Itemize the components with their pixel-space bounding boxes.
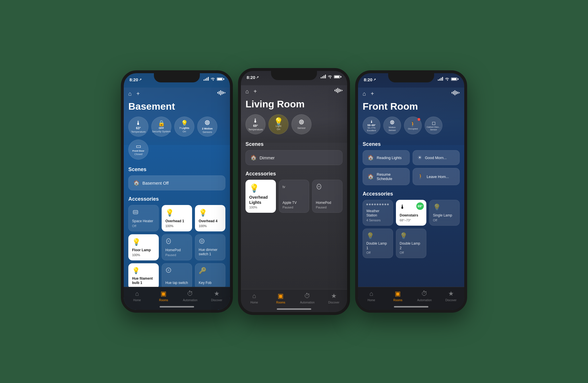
- appletv-icon: tv: [283, 183, 305, 191]
- waveform-icon-living[interactable]: [334, 88, 343, 95]
- tile-homepod-living[interactable]: HomePod Paused: [312, 180, 343, 213]
- temp-pill-front[interactable]: 🌡 59–69° 50–77%Excellent: [363, 117, 380, 134]
- accessories-grid-living: 💡 Overhead Lights 100% tv: [245, 180, 343, 213]
- tile-overhead1[interactable]: 💡 Overhead 1 100%: [162, 205, 192, 231]
- co2-pill-front[interactable]: ◻ Carbon Diox...Sensor: [425, 117, 442, 134]
- overhead-lights-name: Overhead Lights: [249, 195, 272, 205]
- security-pill[interactable]: 🔒 OFF Security System: [151, 117, 171, 137]
- signal-icon: [204, 77, 209, 81]
- tab-home-label: Home: [133, 299, 141, 302]
- floor-lamp-name: Floor Lamp: [132, 248, 155, 253]
- svg-point-10: [136, 212, 137, 213]
- svg-point-14: [201, 240, 203, 242]
- scene-leave-home[interactable]: 🚶 Leave Hom...: [413, 168, 460, 185]
- scene-basement-off[interactable]: 🏠 Basement Off: [128, 175, 225, 190]
- plug-icon: [132, 209, 155, 217]
- home-nav-icon-front[interactable]: ⌂: [363, 90, 366, 97]
- home-nav-icon[interactable]: ⌂: [128, 90, 132, 97]
- homepod-living-value: Paused: [316, 206, 339, 209]
- accessories-title-front: Accessories: [363, 191, 460, 197]
- room-title-living: Living Room: [245, 98, 343, 110]
- tab-automation-front[interactable]: ⏱ Automation: [416, 290, 433, 302]
- svg-rect-2: [220, 90, 221, 95]
- tile-overhead-lights[interactable]: 💡 Overhead Lights 100%: [245, 180, 276, 213]
- content-basement[interactable]: ⌂ + Basement: [124, 88, 230, 287]
- tab-home-living[interactable]: ⌂ Home: [245, 292, 263, 304]
- status-pills-living: 🌡 69° Temperature 💡 Light On: [245, 114, 343, 134]
- tile-appletv[interactable]: tv Apple TV Paused: [279, 180, 309, 213]
- tab-discover-front[interactable]: ★ Discover: [442, 290, 460, 302]
- battery-icon-living: [334, 75, 341, 78]
- tile-key-fob[interactable]: 🔑 Key Fob: [195, 263, 225, 287]
- time-front: 8:20 ↗: [364, 77, 376, 82]
- single-lamp-value: Off: [433, 218, 456, 222]
- svg-point-12: [168, 240, 169, 242]
- motion-pill[interactable]: 2 Motion Sensors: [197, 117, 217, 137]
- phones-container: 8:20 ↗: [121, 68, 467, 315]
- lock-icon: 🔒: [158, 120, 165, 126]
- tile-hue-filament[interactable]: 💡 Hue filament bulb 1: [128, 263, 159, 287]
- svg-rect-3: [222, 91, 223, 94]
- tab-rooms-living[interactable]: ▣ Rooms: [272, 292, 289, 304]
- home-nav-icon-living[interactable]: ⌂: [245, 88, 249, 95]
- svg-rect-29: [453, 91, 454, 94]
- tab-automation-basement[interactable]: ⏱ Automation: [181, 290, 199, 302]
- temp-pill-living[interactable]: 🌡 69° Temperature: [245, 114, 266, 134]
- tile-double-lamp2[interactable]: 💡 Double Lamp 2 Off: [396, 229, 426, 258]
- notch-living: [271, 71, 317, 80]
- svg-rect-1: [219, 91, 220, 94]
- tile-hue-dimmer[interactable]: Hue dimmer switch 1: [195, 234, 225, 260]
- weather-station-name: Weather Station: [366, 209, 389, 218]
- double-lamp1-name: Double Lamp 1: [366, 241, 389, 250]
- tile-downstairs[interactable]: 69° 🌡 Downstairs 68°–73°: [396, 200, 426, 226]
- bulb-icon: 💡: [181, 120, 188, 126]
- scene-good-morning[interactable]: ☀ Good Morn...: [413, 150, 460, 165]
- lights-pill[interactable]: 💡 7 Lights On: [174, 117, 194, 137]
- content-living[interactable]: ⌂ + Living Room: [241, 85, 347, 289]
- phone-basement: 8:20 ↗: [121, 70, 233, 313]
- tab-rooms-basement[interactable]: ▣ Rooms: [155, 290, 172, 302]
- tab-discover-label: Discover: [211, 299, 222, 302]
- tile-hue-tap[interactable]: Hue tap switch: [162, 263, 192, 287]
- door-icon: ▭: [136, 143, 141, 149]
- tile-weather-station[interactable]: Weather Station 4 Sensors: [363, 200, 393, 226]
- scenes-title-front: Scenes: [363, 141, 460, 147]
- waveform-icon-front[interactable]: [452, 90, 460, 97]
- door-pill[interactable]: ▭ Front Door Closed: [128, 140, 148, 160]
- add-nav-icon-living[interactable]: +: [254, 88, 257, 95]
- tab-home-front[interactable]: ⌂ Home: [363, 290, 380, 302]
- light-pill-living[interactable]: 💡 Light On: [268, 114, 289, 134]
- tab-discover-living[interactable]: ★ Discover: [325, 292, 343, 304]
- space-heater-name: Space Heater: [132, 219, 155, 224]
- tab-discover-basement[interactable]: ★ Discover: [208, 290, 225, 302]
- svg-point-24: [301, 121, 302, 123]
- tile-space-heater[interactable]: Space Heater Off: [128, 205, 159, 231]
- occupied-pill-front[interactable]: 🚶 Occupied !: [404, 117, 422, 134]
- svg-point-23: [299, 120, 303, 124]
- svg-point-35: [392, 121, 393, 123]
- tile-double-lamp1[interactable]: 💡 Double Lamp 1 Off: [363, 229, 393, 258]
- motion-pill-living[interactable]: Sensor: [291, 114, 312, 134]
- floor-lamp-value: 100%: [132, 253, 155, 257]
- scene-resume-schedule[interactable]: 🏠 Resume Schedule: [363, 168, 410, 185]
- accessories-grid-front: Weather Station 4 Sensors 69° 🌡 Downstai…: [363, 200, 460, 258]
- waveform-icon[interactable]: [217, 90, 225, 97]
- tab-rooms-front[interactable]: ▣ Rooms: [389, 290, 407, 302]
- tab-automation-living[interactable]: ⏱ Automation: [299, 292, 316, 304]
- svg-rect-17: [334, 90, 335, 91]
- tile-overhead4[interactable]: 💡 Overhead 4 100%: [195, 205, 225, 231]
- content-front[interactable]: ⌂ + Front Room: [358, 88, 464, 287]
- scene-dimmer[interactable]: 🏠 Dimmer: [245, 150, 343, 165]
- add-nav-icon-front[interactable]: +: [371, 90, 374, 97]
- tab-home-basement[interactable]: ⌂ Home: [128, 290, 146, 302]
- tile-floor-lamp[interactable]: 💡 Floor Lamp 100%: [128, 234, 159, 260]
- svg-rect-30: [454, 90, 455, 95]
- status-pills-front: 🌡 59–69° 50–77%Excellent MotionSensor: [363, 117, 460, 134]
- temp-pill[interactable]: 🌡 63° Temperature: [128, 117, 148, 137]
- motion-pill-front[interactable]: MotionSensor: [383, 117, 401, 134]
- scene-reading-lights[interactable]: 🏠 Reading Lights: [363, 150, 410, 165]
- tile-homepod-basement[interactable]: HomePod Paused: [162, 234, 192, 260]
- scene-home-icon: 🏠: [133, 180, 140, 186]
- tile-single-lamp[interactable]: 💡 Single Lamp Off: [429, 200, 460, 226]
- add-nav-icon[interactable]: +: [136, 90, 140, 97]
